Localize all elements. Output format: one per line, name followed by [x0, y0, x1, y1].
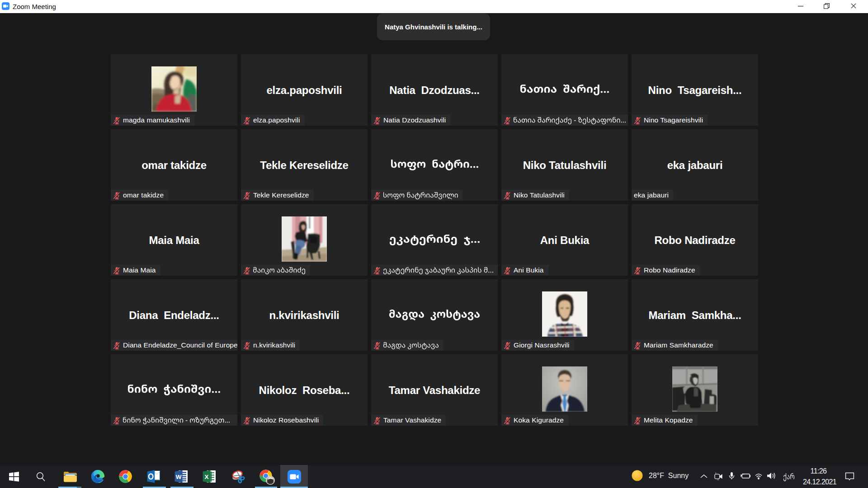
- svg-text:W: W: [176, 474, 182, 480]
- svg-text:X: X: [204, 474, 208, 480]
